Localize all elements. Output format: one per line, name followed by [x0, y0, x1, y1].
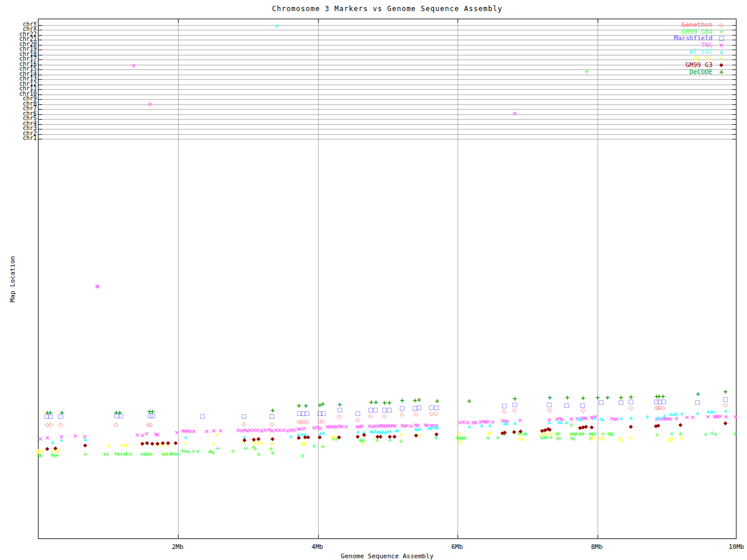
point-marshfield: □ [320, 411, 326, 416]
gridline-chr20 [39, 45, 737, 46]
y-tick-left-chr6 [39, 114, 42, 115]
point-tng: × [690, 414, 695, 421]
gridline-chr22 [39, 35, 737, 36]
y-tick-right-chr5 [732, 119, 736, 120]
point-gm99-gb4: + [270, 450, 275, 456]
y-tick-left-chr9 [39, 99, 42, 100]
x-tick-label-4Mb: 4Mb [300, 543, 335, 551]
point-wi-yac: ▲ [696, 411, 699, 415]
point-wi-yac: ▲ [488, 423, 491, 428]
point-tng: × [44, 435, 50, 441]
point-gm99-gb4: + [128, 451, 133, 457]
point-gm99-gb4: + [654, 432, 659, 438]
x-tick-label-8Mb: 8Mb [580, 543, 615, 551]
point-gm99-g3: ◆ [243, 438, 247, 443]
point-wi-yac: ▲ [51, 440, 54, 444]
x-axis-label: Genome Sequence Assembly [38, 552, 736, 560]
point-decode: + [47, 410, 53, 416]
point-genethon: ◇ [502, 408, 507, 414]
y-tick-right-chr22 [732, 35, 736, 36]
point-wi-yac: ▲ [547, 420, 551, 425]
y-tick-left-chr13 [39, 79, 42, 80]
point-decode: + [373, 399, 378, 405]
point-genethon: ◇ [512, 407, 517, 413]
point-tng: × [583, 415, 588, 422]
legend-label-decode: DeCODE [689, 69, 713, 76]
y-tick-left-chr7 [39, 109, 42, 110]
y-tick-right-chr8 [732, 104, 736, 105]
gridline-chr19 [39, 50, 737, 50]
legend-label-marshfield: Marshfield [674, 35, 713, 42]
point-wi-rh: ∗ [678, 435, 684, 442]
y-tick-right-chr12 [732, 85, 736, 85]
point-marshfield: □ [694, 400, 700, 405]
point-tng: × [147, 101, 152, 107]
point-wi-yac: ▲ [513, 421, 516, 425]
point-gm99-g3: ◆ [271, 436, 275, 442]
point-gm99-g3: ◆ [388, 434, 392, 439]
legend-symbol-marshfield-icon: □ [713, 35, 730, 42]
point-tng: × [95, 284, 100, 290]
point-tng: × [359, 423, 364, 429]
point-marshfield: □ [399, 405, 404, 411]
point-tng: × [723, 414, 728, 420]
point-genethon: ◇ [429, 411, 434, 416]
legend-item-genethon: Genethon◇ [674, 22, 730, 29]
point-decode: + [386, 400, 392, 406]
y-axis-label: Map Location [9, 250, 16, 309]
point-gm99-g3: ◆ [679, 422, 683, 428]
plot-area: ◇◇◇◇◇◇◇◇◇◇◇◇◇◇◇◇◇◇◇◇◇◇◇◇◇◇◇◇◇◇◇◇++++++++… [38, 19, 736, 539]
point-gm99-g3: ◆ [145, 440, 149, 446]
point-marshfield: □ [722, 397, 728, 402]
x-tick-top-8Mb [598, 19, 598, 23]
point-marshfield: □ [337, 407, 342, 413]
point-decode: + [605, 394, 610, 401]
point-wi-yac: ▲ [60, 438, 63, 442]
point-gm99-gb4: + [732, 430, 737, 437]
legend-item-decode: DeCODE+ [674, 69, 730, 76]
x-tick-label-6Mb: 6Mb [439, 543, 474, 551]
x-tick-top-4Mb [318, 19, 319, 23]
point-tng: × [204, 428, 209, 435]
point-decode: + [303, 402, 308, 409]
point-gm99-g3: ◆ [503, 430, 507, 435]
y-tick-right-chr13 [732, 79, 736, 80]
legend-item-marshfield: Marshfield□ [674, 35, 730, 42]
point-gm99-g3: ◆ [166, 440, 170, 446]
point-gm99-g3: ◆ [379, 434, 383, 439]
x-tick-label-10Mb: 10Mb [719, 543, 747, 551]
legend-item-gm99-g3: GM99 G3◆ [674, 62, 730, 69]
point-wi-yac: ▲ [645, 414, 649, 419]
point-wi-rh: ∗ [361, 439, 367, 446]
point-gm99-gb4: + [584, 68, 589, 75]
point-gm99-g3: ◆ [724, 421, 728, 426]
point-decode: + [270, 407, 275, 414]
point-gm99-g3: ◆ [435, 432, 439, 437]
x-tick-top-2Mb [178, 19, 179, 23]
point-gm99-g3: ◆ [393, 434, 397, 439]
legend-label-wi-yac: WI YAC [689, 48, 713, 55]
point-marshfield: □ [434, 405, 439, 411]
point-wi-yac: ▲ [289, 434, 292, 439]
point-gm99-gb4: + [104, 451, 110, 457]
point-tng: × [191, 428, 196, 435]
point-wi-rh: ∗ [399, 431, 404, 438]
point-tng: × [174, 429, 179, 436]
point-gm99-g3: ◆ [54, 446, 58, 451]
legend-symbol-wi-rh-icon: ∗ [713, 55, 730, 62]
point-genethon: ◇ [114, 422, 118, 428]
y-tick-left-chr2 [39, 134, 42, 135]
y-tick-right-chr14 [732, 75, 736, 75]
y-tick-right-chr15 [732, 69, 736, 70]
gridline-chr3 [39, 129, 737, 130]
point-gm99-g3: ◆ [519, 429, 523, 434]
point-marshfield: □ [661, 399, 666, 405]
point-genethon: ◇ [337, 414, 341, 419]
point-gm99-g3: ◆ [356, 434, 360, 439]
point-genethon: ◇ [368, 413, 373, 419]
point-wi-rh: ∗ [106, 442, 111, 449]
point-wi-rh: ∗ [39, 447, 45, 454]
y-tick-left-chr11 [39, 89, 42, 90]
x-tick-label-2Mb: 2Mb [160, 543, 195, 551]
point-genethon: ◇ [400, 411, 404, 417]
